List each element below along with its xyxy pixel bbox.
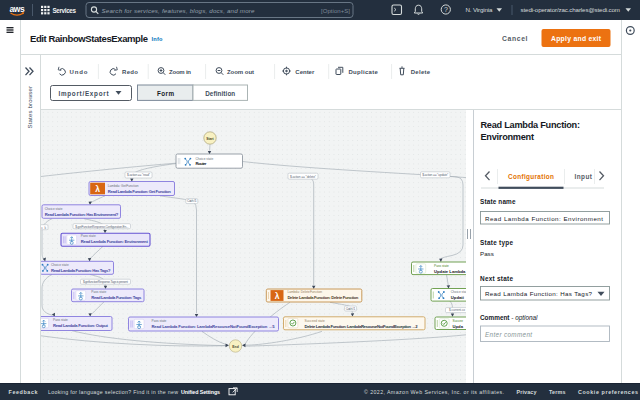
svg-text:End: End — [232, 345, 239, 349]
svg-text:Succeed state: Succeed state — [305, 319, 325, 323]
svg-text:$.getFunctionResponse.Configur: $.getFunctionResponse.Configuration.En..… — [75, 225, 128, 229]
svg-text:Zoom out: Zoom out — [227, 69, 254, 75]
svg-text:States browser: States browser — [26, 86, 33, 129]
svg-text:Start: Start — [206, 137, 214, 141]
svg-text:Form: Form — [157, 90, 174, 97]
svg-text:Apply and exit: Apply and exit — [551, 35, 602, 43]
svg-text:$.getfunctionResponse.Tags is: $.getfunctionResponse.Tags is present — [83, 280, 128, 284]
svg-text:aws: aws — [10, 4, 26, 14]
svg-text:$.action == "update": $.action == "update" — [422, 173, 449, 177]
svg-text:Delete Lambda Function: Delete: Delete Lambda Function: Delete Function — [287, 295, 358, 300]
svg-text:N. Virginia: N. Virginia — [466, 6, 494, 13]
svg-text:Pass state: Pass state — [81, 234, 96, 238]
svg-text:Read Lambda Function: Has Tags: Read Lambda Function: Has Tags? — [485, 290, 593, 297]
svg-text:Pass state: Pass state — [152, 319, 167, 323]
svg-text:Services: Services — [53, 7, 77, 14]
svg-text:Read Lambda Function: LambdaRe: Read Lambda Function: LambdaResourceNotF… — [152, 324, 276, 329]
svg-text:Environment: Environment — [481, 132, 535, 142]
svg-text:Undo: Undo — [70, 69, 88, 75]
svg-text:Read Lambda Function: Output: Read Lambda Function: Output — [53, 323, 109, 328]
svg-text:Read Lambda Function:: Read Lambda Function: — [481, 120, 581, 130]
svg-text:Updati: Updati — [451, 295, 464, 300]
svg-text:Unified Settings: Unified Settings — [181, 389, 220, 395]
svg-text:Router: Router — [196, 161, 207, 166]
svg-text:Enter comment: Enter comment — [485, 331, 532, 338]
svg-text:Pass state: Pass state — [434, 264, 449, 268]
svg-text:Succee: Succee — [453, 319, 464, 323]
svg-text:Update Lambda Fu: Update Lambda Fu — [434, 269, 466, 274]
svg-text:Search for services, features,: Search for services, features, blogs, do… — [102, 7, 256, 14]
svg-text:Privacy: Privacy — [517, 389, 537, 395]
svg-text:Terms: Terms — [549, 389, 566, 395]
svg-text:Info: Info — [152, 36, 164, 42]
svg-text:Read Lambda Function: Environm: Read Lambda Function: Environment — [81, 239, 149, 244]
svg-text:Edit RainbowStatesExample: Edit RainbowStatesExample — [30, 33, 148, 44]
svg-text:Pass: Pass — [480, 250, 494, 257]
svg-text:Cancel: Cancel — [502, 35, 528, 42]
svg-text:Pass state: Pass state — [53, 318, 68, 322]
svg-text:Pass state: Pass state — [91, 290, 106, 294]
svg-text:Read Lambda Function: Has Tags: Read Lambda Function: Has Tags? — [51, 268, 111, 273]
svg-text:Next state: Next state — [480, 275, 513, 282]
svg-text:Import/Export: Import/Export — [59, 90, 110, 98]
svg-text:stedi-operator/zac.charles@ste: stedi-operator/zac.charles@stedi.com — [521, 6, 621, 13]
svg-text:Definition: Definition — [205, 90, 235, 97]
svg-text:Input: Input — [575, 173, 593, 181]
svg-text:Looking for language selection: Looking for language selection? Find it … — [48, 389, 178, 395]
svg-text:Lambda: GetFunction: Lambda: GetFunction — [108, 184, 139, 188]
svg-text:Read Lambda Function: Environm: Read Lambda Function: Environment — [485, 215, 603, 222]
svg-text:Zoom in: Zoom in — [169, 69, 191, 75]
svg-text:State name: State name — [480, 198, 516, 205]
svg-text:Catch #1: Catch #1 — [346, 307, 356, 311]
svg-text:Delete Lambda Function: Lambda: Delete Lambda Function: LambdaResourceNo… — [305, 324, 419, 329]
svg-text:Choice stat: Choice stat — [451, 290, 466, 294]
svg-text:Choice state: Choice state — [51, 263, 69, 267]
svg-text:$.current.co: $.current.co — [449, 308, 465, 312]
svg-text:Choice state: Choice state — [45, 207, 63, 211]
svg-text:Lambda: DeleteFunction: Lambda: DeleteFunction — [287, 290, 322, 294]
svg-text:ack: ack — [41, 226, 46, 230]
svg-text:Cookie preferences: Cookie preferences — [578, 389, 638, 395]
svg-text:Read Lambda Function: Has Envi: Read Lambda Function: Has Environment? — [45, 212, 119, 217]
svg-text:$.action == "delete": $.action == "delete" — [290, 175, 317, 179]
svg-text:State type: State type — [480, 239, 513, 247]
svg-text:Upda: Upda — [453, 324, 464, 329]
svg-text:Catch #1: Catch #1 — [187, 199, 197, 203]
svg-text:Redo: Redo — [122, 69, 138, 75]
svg-text:Choice state: Choice state — [196, 157, 214, 161]
svg-text:?: ? — [444, 6, 448, 13]
svg-text:Duplicate: Duplicate — [348, 69, 378, 75]
svg-text:Comment - optional: Comment - optional — [480, 314, 538, 322]
svg-text:Center: Center — [295, 69, 315, 75]
svg-text:© 2022, Amazon Web Services, I: © 2022, Amazon Web Services, Inc. or its… — [364, 389, 504, 395]
svg-text:Delete: Delete — [411, 69, 431, 75]
svg-text:Feedback: Feedback — [9, 389, 38, 395]
svg-text:Configuration: Configuration — [508, 173, 554, 181]
svg-text:[Option+S]: [Option+S] — [321, 8, 350, 14]
svg-text:Read Lambda Function: Tags: Read Lambda Function: Tags — [91, 295, 142, 300]
svg-text:$.action == "read": $.action == "read" — [127, 173, 151, 177]
svg-text:Read Lambda Function: Get Func: Read Lambda Function: Get Function — [108, 189, 171, 194]
